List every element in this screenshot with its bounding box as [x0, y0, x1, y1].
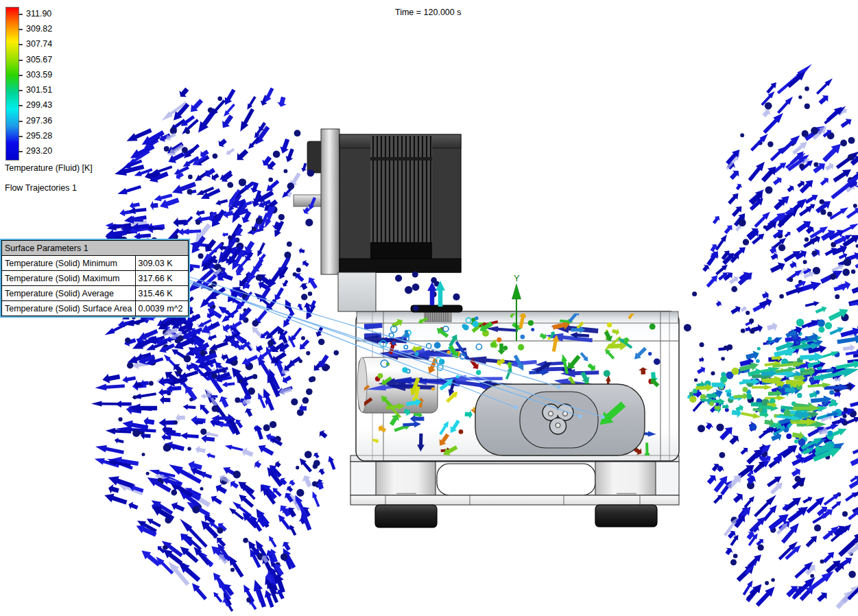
- legend-tick-mark: [19, 29, 23, 30]
- legend-tick-label: 299.43: [26, 100, 52, 110]
- color-scale-bar[interactable]: [5, 7, 19, 161]
- parameter-row: Temperature (Solid) Surface Area0.0039 m…: [2, 301, 189, 316]
- table-header-row: Surface Parameters 1: [2, 241, 189, 256]
- y-axis-label: Y: [514, 273, 520, 283]
- legend-tick-mark: [19, 105, 23, 106]
- parameter-value: 317.66 K: [135, 271, 188, 286]
- parameter-label: Temperature (Solid) Average: [2, 286, 136, 301]
- parameter-row: Temperature (Solid) Maximum317.66 K: [2, 271, 189, 286]
- bolt-hole: [556, 423, 560, 428]
- rubber-foot-right: [595, 505, 657, 527]
- legend-tick-label: 311.90: [26, 9, 51, 19]
- rubber-foot-left: [375, 505, 437, 528]
- motor-band: [370, 157, 432, 161]
- legend-title: Temperature (Fluid) [K]: [5, 163, 93, 173]
- callout-endpoint-dot: [601, 415, 605, 419]
- parameter-row: Temperature (Solid) Average315.46 K: [2, 286, 189, 301]
- legend-tick-mark: [19, 136, 23, 137]
- bolt-hole: [549, 412, 553, 416]
- table-title: Surface Parameters 1: [2, 241, 189, 256]
- callout-endpoint-dot: [514, 405, 518, 410]
- legend-tick-mark: [19, 75, 23, 76]
- parameter-label: Temperature (Solid) Maximum: [2, 271, 136, 286]
- parameter-label: Temperature (Solid) Surface Area: [2, 301, 136, 316]
- legend-tick-mark: [19, 121, 23, 122]
- legend-tick-mark: [19, 151, 23, 152]
- flow-spray-right: [684, 62, 858, 611]
- legend-tick-label: 301.51: [26, 85, 52, 95]
- legend-tick-label: 307.74: [26, 39, 52, 49]
- flow-spray-left: [91, 86, 339, 613]
- legend-tick-mark: [19, 14, 23, 15]
- motor-flange: [321, 129, 339, 274]
- parameter-value: 0.0039 m^2: [135, 301, 188, 316]
- legend-tick-label: 309.82: [26, 24, 52, 34]
- base-arch-cutout: [437, 464, 595, 495]
- y-axis-arrowhead: [512, 284, 521, 299]
- base-bottom-plate: [350, 495, 679, 505]
- callout-endpoint-dot: [578, 414, 582, 418]
- parameter-value: 309.03 K: [135, 256, 188, 271]
- legend-tick-mark: [19, 60, 23, 61]
- motor-mount-bracket: [338, 272, 376, 311]
- motor-shaft: [294, 195, 322, 206]
- legend-tick-label: 297.36: [26, 116, 52, 126]
- legend-tick-label: 295.28: [26, 131, 52, 141]
- parameter-value: 315.46 K: [135, 286, 188, 301]
- parameter-row: Temperature (Solid) Minimum309.03 K: [2, 256, 189, 271]
- callout-endpoint-dot: [557, 385, 561, 389]
- motor-lower-block: [370, 242, 432, 259]
- surface-parameters-table[interactable]: Surface Parameters 1 Temperature (Solid)…: [0, 239, 190, 318]
- machine-base: [350, 450, 679, 528]
- legend-tick-label: 303.59: [26, 70, 52, 80]
- support-column-right: [595, 462, 656, 495]
- legend-tick-label: 305.67: [26, 55, 52, 64]
- support-column-left: [376, 462, 436, 495]
- heated-component: [475, 384, 645, 455]
- flow-simulation-viewport: Y 311.90309.82307.74305.67303.59301.5129…: [0, 0, 858, 616]
- motor-bottom-band: [339, 259, 461, 272]
- plot-name-label: Flow Trajectories 1: [5, 183, 77, 193]
- legend-tick-mark: [19, 44, 23, 45]
- motor-cooling-fins: [373, 136, 431, 244]
- simulation-time-label: Time = 120.000 s: [395, 8, 461, 17]
- legend-tick-label: 293.20: [26, 146, 52, 156]
- legend-tick-mark: [19, 90, 23, 91]
- parameter-label: Temperature (Solid) Minimum: [2, 256, 136, 271]
